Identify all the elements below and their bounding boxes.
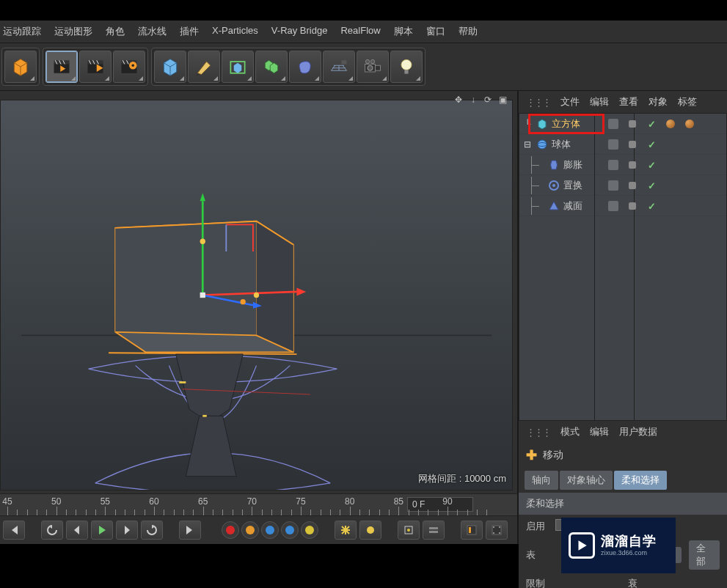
layer-dot[interactable]	[625, 138, 640, 151]
menu-pipeline[interactable]: 流水线	[138, 25, 167, 38]
layer-dot[interactable]	[625, 117, 640, 131]
object-label[interactable]: 球体	[552, 138, 571, 151]
expander-icon[interactable]: ⊟	[522, 139, 533, 150]
ruler-label: 60	[149, 496, 158, 507]
viewport-move-icon[interactable]: ✥	[453, 94, 464, 106]
current-frame-field[interactable]: 0 F	[407, 497, 473, 512]
pen-icon	[194, 56, 214, 77]
key-all-button[interactable]	[359, 521, 381, 540]
menu-motion-tracker[interactable]: 运动跟踪	[3, 25, 41, 38]
layer-dot[interactable]	[625, 158, 640, 172]
attribute-manager-tabs: ⋮⋮⋮ 模式 编辑 用户数据	[519, 421, 727, 443]
autokey-button[interactable]	[241, 521, 259, 539]
object-label[interactable]: 立方体	[552, 117, 580, 131]
viewport-dolly-icon[interactable]: ↓	[467, 94, 479, 106]
play-button[interactable]	[91, 521, 113, 540]
dopesheet-button[interactable]	[486, 521, 508, 540]
viewport[interactable]: ✥ ↓ ⟳ ▣	[0, 91, 516, 493]
add-deformer-button[interactable]	[289, 51, 321, 83]
svg-rect-61	[467, 526, 476, 534]
transport-bar	[0, 515, 517, 544]
om-tab-tags[interactable]: 标签	[678, 95, 697, 109]
visibility-tag[interactable]	[606, 138, 621, 151]
visibility-tag[interactable]	[606, 199, 621, 213]
svg-rect-67	[499, 532, 500, 534]
menu-plugins[interactable]: 插件	[180, 25, 199, 38]
add-environment-button[interactable]	[323, 51, 355, 83]
menu-help[interactable]: 帮助	[459, 25, 478, 38]
visibility-tag[interactable]	[606, 179, 621, 192]
am-tab-userdata[interactable]: 用户数据	[619, 425, 657, 438]
om-tab-edit[interactable]: 编辑	[590, 95, 609, 109]
key-rot-button[interactable]	[301, 521, 318, 539]
add-generator-button[interactable]	[222, 51, 254, 83]
go-start-button[interactable]	[3, 521, 25, 540]
menu-script[interactable]: 脚本	[394, 25, 413, 38]
expander-icon[interactable]: └	[522, 119, 533, 129]
subtab-soft-selection[interactable]: 柔和选择	[614, 471, 667, 490]
all-pill[interactable]: 全部	[689, 540, 720, 570]
panel-grip-icon[interactable]: ⋮⋮⋮	[526, 97, 550, 108]
add-light-button[interactable]	[390, 51, 423, 83]
step-back-key-button[interactable]	[41, 521, 63, 540]
enable-check-icon[interactable]: ✓	[644, 179, 659, 192]
material-tag-icon[interactable]	[682, 117, 697, 131]
enable-check-icon[interactable]: ✓	[644, 158, 659, 172]
key-scale-button[interactable]	[281, 521, 299, 539]
object-tree[interactable]: └ 立方体 ⊟ 球体 膨胀 置换 减面	[519, 113, 727, 421]
step-fwd-key-button[interactable]	[141, 521, 163, 540]
enable-check-icon[interactable]: ✓	[644, 117, 659, 131]
menu-window[interactable]: 窗口	[426, 25, 445, 38]
om-tab-objects[interactable]: 对象	[649, 95, 668, 109]
enable-check-icon[interactable]: ✓	[644, 138, 659, 151]
panel-grip-icon[interactable]: ⋮⋮⋮	[526, 427, 550, 438]
clapper-play-icon	[51, 56, 72, 77]
object-label[interactable]: 减面	[563, 199, 582, 213]
am-tab-edit[interactable]: 编辑	[590, 425, 609, 438]
subtab-axis[interactable]: 轴向	[525, 471, 558, 490]
object-label[interactable]: 膨胀	[563, 158, 582, 172]
add-array-button[interactable]	[255, 51, 288, 83]
layer-dot[interactable]	[625, 179, 640, 192]
menu-vray[interactable]: V-Ray Bridge	[271, 25, 328, 38]
menu-xparticles[interactable]: X-Particles	[212, 25, 258, 38]
om-tab-file[interactable]: 文件	[560, 95, 580, 109]
add-camera-button[interactable]	[357, 51, 389, 83]
record-key-button[interactable]	[222, 521, 239, 539]
object-label[interactable]: 置换	[563, 179, 582, 192]
add-spline-button[interactable]	[188, 51, 220, 83]
key-pos-button[interactable]	[261, 521, 279, 539]
timeline-ruler[interactable]: 0 F 45505560657075808590	[0, 493, 517, 515]
layer-dot[interactable]	[625, 199, 640, 213]
menu-realflow[interactable]: RealFlow	[340, 25, 380, 38]
add-primitive-button[interactable]	[154, 51, 186, 83]
fcurve-button[interactable]	[461, 521, 483, 540]
grid-spacing-label: 网格间距 : 10000 cm	[418, 472, 506, 485]
go-end-button[interactable]	[179, 521, 201, 540]
render-settings-button[interactable]	[113, 51, 145, 83]
viewport-layout-icon[interactable]: ▣	[497, 94, 508, 106]
enable-check-icon[interactable]: ✓	[644, 199, 659, 213]
render-view-button[interactable]	[45, 51, 78, 83]
am-tab-mode[interactable]: 模式	[560, 425, 580, 438]
cube-object-icon	[536, 117, 549, 131]
key-options-button[interactable]	[335, 521, 357, 540]
menu-character[interactable]: 角色	[106, 25, 125, 38]
svg-marker-44	[200, 193, 205, 201]
prev-frame-button[interactable]	[66, 521, 88, 540]
watermark-badge: 溜溜自学 zixue.3d66.com	[561, 518, 676, 573]
next-frame-button[interactable]	[116, 521, 138, 540]
material-tag-icon[interactable]	[663, 117, 678, 131]
animation-layer-button[interactable]	[423, 521, 445, 540]
menu-mograph[interactable]: 运动图形	[54, 25, 92, 38]
floor-grid-icon	[329, 56, 349, 77]
key-selection-button[interactable]	[398, 521, 420, 540]
visibility-tag[interactable]	[606, 117, 621, 131]
primitive-cube-button[interactable]	[4, 51, 37, 83]
subtab-object-axis[interactable]: 对象轴心	[560, 471, 613, 490]
om-tab-view[interactable]: 查看	[619, 95, 638, 109]
svg-marker-25	[270, 63, 278, 73]
visibility-tag[interactable]	[606, 158, 621, 172]
render-region-button[interactable]	[79, 51, 112, 83]
viewport-orbit-icon[interactable]: ⟳	[482, 94, 494, 106]
